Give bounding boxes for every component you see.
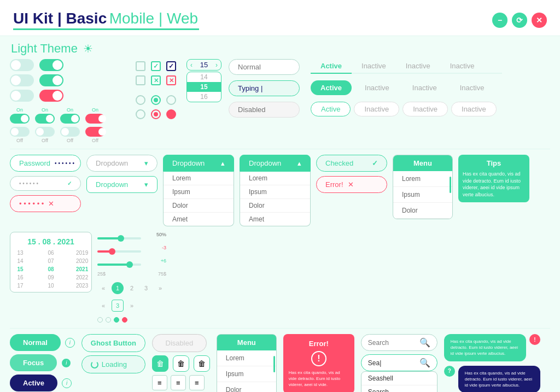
- bottom-menu-item-lorem[interactable]: Lorem: [217, 350, 276, 366]
- tab-inactive-2[interactable]: Inactive: [396, 59, 440, 74]
- dropdown-item-amet-1[interactable]: Amet: [164, 213, 234, 226]
- restore-button[interactable]: ⟳: [512, 13, 527, 28]
- toggle-3-off[interactable]: [10, 74, 34, 86]
- toggle-2-on[interactable]: [39, 59, 63, 71]
- spinner-right-arrow[interactable]: ›: [215, 61, 218, 69]
- align-left-btn[interactable]: ≡: [152, 375, 167, 390]
- pag-prev-2[interactable]: «: [97, 300, 109, 312]
- menu-item-dolor[interactable]: Dolor: [393, 203, 452, 219]
- dot-4-red[interactable]: [122, 317, 127, 323]
- radio-empty-1[interactable]: [136, 95, 145, 105]
- dropdown-open-1[interactable]: Dropdown ▴: [163, 155, 234, 172]
- checkbox-empty-1[interactable]: [136, 61, 145, 71]
- toggle-small-1[interactable]: [10, 114, 30, 124]
- radio-empty-3[interactable]: [136, 109, 145, 119]
- search-input-1[interactable]: [368, 339, 416, 347]
- slider-3[interactable]: [97, 264, 141, 266]
- tab-pill-inactive-1[interactable]: Inactive: [355, 80, 399, 95]
- spinner-item-14[interactable]: 14: [187, 72, 221, 82]
- dot-1[interactable]: [97, 317, 103, 323]
- error-dots-field[interactable]: • • • • • • ✕: [10, 195, 81, 212]
- bottom-menu-item-dolor[interactable]: Dolor: [217, 382, 276, 392]
- toggle-4-on[interactable]: [39, 74, 63, 86]
- close-button[interactable]: ✕: [532, 13, 547, 28]
- toggle-5-off[interactable]: [10, 90, 34, 102]
- tab-pill-inactive-2[interactable]: Inactive: [402, 80, 447, 95]
- dropdown-item-dolor-2[interactable]: Dolor: [240, 199, 310, 213]
- dropdown-item-amet-2[interactable]: Amet: [240, 213, 310, 226]
- spinner-top[interactable]: ‹ 15 ›: [186, 59, 221, 71]
- datepicker-section[interactable]: 15 . 08 . 2021 13 06 2019 14 07 2020 15 …: [10, 232, 92, 292]
- dots-field[interactable]: • • • • • • ✓: [10, 176, 81, 191]
- spinner-item-15-active[interactable]: 15: [187, 82, 221, 92]
- checkbox-x-red[interactable]: [166, 75, 176, 85]
- checked-field[interactable]: Checked ✓: [316, 155, 387, 172]
- toggle-small-7[interactable]: [60, 127, 80, 137]
- focus-button[interactable]: Focus: [10, 354, 57, 371]
- tab-inactive-1[interactable]: Inactive: [352, 59, 396, 74]
- bottom-menu-item-ipsum[interactable]: Ipsum: [217, 366, 276, 382]
- radio-filled-red[interactable]: [166, 109, 176, 119]
- toggle-small-3[interactable]: [60, 114, 80, 124]
- dot-2[interactable]: [106, 317, 111, 323]
- dropdown-item-dolor-1[interactable]: Dolor: [164, 199, 234, 213]
- ghost-button[interactable]: Ghost Button: [81, 334, 145, 352]
- search-result-seashell[interactable]: Seashell: [361, 372, 437, 385]
- error-field[interactable]: Error! ✕: [316, 176, 387, 193]
- dropdown-green[interactable]: Dropdown ▾: [86, 176, 158, 193]
- focus-info-icon[interactable]: i: [61, 358, 71, 368]
- toggle-small-6[interactable]: [35, 127, 55, 137]
- radio-green[interactable]: [151, 95, 161, 105]
- radio-red[interactable]: [151, 109, 161, 119]
- normal-button[interactable]: Normal: [10, 334, 61, 351]
- pag-2[interactable]: 2: [126, 282, 138, 294]
- dropdown-item-lorem-1[interactable]: Lorem: [164, 172, 234, 185]
- dropdown-outline[interactable]: Dropdown ▾: [86, 155, 158, 172]
- tab-outline-inactive-1[interactable]: Inactive: [354, 102, 399, 116]
- tab-pill-inactive-3[interactable]: Inactive: [450, 80, 494, 95]
- toggle-small-8[interactable]: [85, 127, 105, 137]
- bottom-menu-scrollbar[interactable]: [273, 356, 275, 372]
- dropdown-open-2[interactable]: Dropdown ▴: [240, 155, 311, 172]
- pag-3[interactable]: 3: [140, 282, 152, 294]
- checkbox-empty-2[interactable]: [136, 75, 145, 85]
- tab-active-1[interactable]: Active: [311, 59, 352, 74]
- menu-scrollbar[interactable]: [450, 177, 451, 193]
- spinner-item-16[interactable]: 16: [187, 92, 221, 102]
- toggle-small-4-red[interactable]: [85, 114, 105, 124]
- checkbox-checked-blue[interactable]: [166, 61, 176, 71]
- search-input-active[interactable]: [368, 359, 416, 367]
- checkbox-checked-green[interactable]: [151, 61, 161, 71]
- tab-outline-active[interactable]: Active: [311, 102, 351, 116]
- tab-outline-inactive-3[interactable]: Inactive: [451, 102, 497, 116]
- align-center-btn[interactable]: ≡: [171, 375, 186, 390]
- active-button[interactable]: Active: [10, 375, 57, 391]
- toggle-1-off[interactable]: [10, 59, 34, 71]
- tab-outline-inactive-2[interactable]: Inactive: [402, 102, 448, 116]
- tab-inactive-3[interactable]: Inactive: [440, 59, 485, 74]
- normal-info-icon[interactable]: i: [65, 338, 75, 348]
- toggle-small-2[interactable]: [35, 114, 55, 124]
- typing-input[interactable]: [229, 80, 300, 96]
- slider-2[interactable]: [97, 250, 141, 253]
- trash-icon-2[interactable]: 🗑: [173, 355, 189, 372]
- search-bar-active[interactable]: 🔍: [361, 354, 438, 371]
- pag-1[interactable]: 1: [112, 282, 124, 294]
- checkbox-x-green[interactable]: [151, 75, 161, 85]
- pag-next-2[interactable]: »: [126, 300, 138, 312]
- trash-icon-1[interactable]: 🗑: [152, 355, 168, 372]
- dropdown-item-ipsum-1[interactable]: Ipsum: [164, 185, 234, 199]
- toggle-6-red[interactable]: [39, 90, 63, 102]
- dropdown-item-lorem-2[interactable]: Lorem: [240, 172, 310, 185]
- toggle-small-5[interactable]: [10, 127, 30, 137]
- search-bar-1[interactable]: 🔍: [361, 334, 438, 351]
- tab-pill-active[interactable]: Active: [311, 80, 352, 95]
- loading-button[interactable]: Loading: [81, 355, 145, 373]
- minimize-button[interactable]: −: [492, 13, 508, 28]
- active-info-icon[interactable]: i: [62, 378, 72, 388]
- pag-3-outline[interactable]: 3: [112, 300, 124, 312]
- password-field[interactable]: Password ••••••: [10, 155, 81, 172]
- menu-item-lorem[interactable]: Lorem: [393, 171, 452, 187]
- menu-item-ipsum[interactable]: Ipsum: [393, 187, 452, 203]
- slider-1[interactable]: [97, 237, 141, 239]
